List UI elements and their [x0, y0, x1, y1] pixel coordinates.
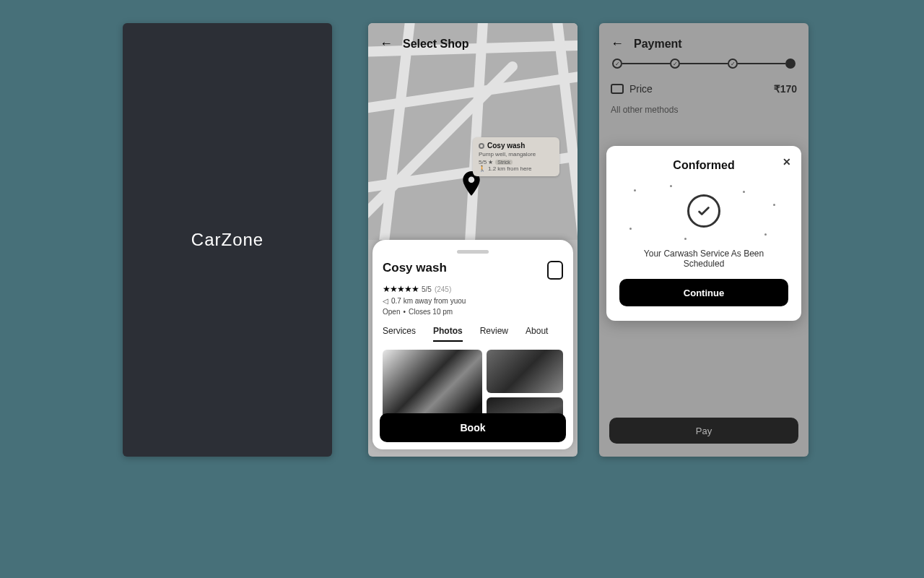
- tooltip-name: Cosy wash: [487, 142, 525, 150]
- hours-row: Open • Closes 10 pm: [383, 308, 563, 316]
- close-icon[interactable]: ✕: [783, 156, 791, 168]
- tooltip-badge: Strick: [495, 160, 513, 165]
- open-status: Open: [383, 308, 400, 316]
- map-tooltip[interactable]: Cosy wash Pump well, mangalore 5/5 ★ Str…: [473, 137, 559, 176]
- screen-title: Select Shop: [403, 38, 469, 51]
- map-roads: [368, 23, 578, 240]
- star-icon: ★★★★★: [383, 284, 419, 294]
- dialog-message: Your Carwash Service As Been Scheduled: [624, 249, 784, 269]
- tabs: Services Photos Review About: [383, 326, 563, 342]
- select-shop-screen: ← Select Shop Cosy wash Pump well, manga…: [368, 23, 578, 457]
- photo-thumbnail[interactable]: [487, 350, 563, 393]
- back-arrow-icon[interactable]: ←: [380, 36, 393, 51]
- sheet-grabber[interactable]: [457, 250, 489, 254]
- book-button[interactable]: Book: [380, 413, 566, 442]
- tooltip-distance-row: 🚶 1.2 km from here: [479, 165, 554, 172]
- dot-sep: •: [403, 308, 406, 316]
- distance-text: 0.7 km away from yuou: [391, 297, 466, 305]
- bookmark-icon[interactable]: [547, 261, 563, 280]
- svg-line-4: [469, 23, 484, 240]
- tooltip-address: Pump well, mangalore: [479, 151, 554, 158]
- rating-row: ★★★★★ 5/5 (245): [383, 284, 563, 294]
- screen-header: ← Select Shop: [380, 36, 469, 51]
- walk-icon: 🚶: [479, 165, 486, 172]
- tooltip-distance: 1.2 km from here: [488, 165, 531, 172]
- tab-photos[interactable]: Photos: [433, 326, 463, 342]
- success-graphic: [619, 182, 788, 240]
- svg-line-5: [556, 23, 578, 240]
- tooltip-rating: 5/5 ★: [479, 159, 493, 165]
- payment-screen: ← Payment ✓ ✓ ✓ Price ₹170 All other met…: [599, 23, 808, 457]
- shop-detail-sheet: Cosy wash ★★★★★ 5/5 (245) ◁ 0.7 km away …: [372, 240, 573, 449]
- shop-name: Cosy wash: [383, 261, 447, 275]
- tab-services[interactable]: Services: [383, 326, 416, 342]
- closes-text: Closes 10 pm: [409, 308, 453, 316]
- distance-row: ◁ 0.7 km away from yuou: [383, 297, 563, 305]
- map-view[interactable]: ← Select Shop Cosy wash Pump well, manga…: [368, 23, 578, 240]
- tooltip-rating-row: 5/5 ★ Strick: [479, 159, 554, 165]
- tab-about[interactable]: About: [526, 326, 548, 342]
- check-circle-icon: [687, 194, 720, 228]
- navigate-icon: ◁: [383, 297, 388, 305]
- splash-screen: CarZone: [123, 23, 332, 457]
- brand-title: CarZone: [191, 230, 263, 250]
- tab-review[interactable]: Review: [480, 326, 508, 342]
- continue-button[interactable]: Continue: [619, 279, 788, 306]
- shop-dot-icon: [479, 143, 484, 149]
- tooltip-name-row: Cosy wash: [479, 142, 554, 150]
- rating-value: 5/5: [422, 285, 432, 293]
- confirmation-dialog: ✕ Conformed Your Carwash Service As Been…: [606, 146, 801, 321]
- dialog-title: Conformed: [619, 159, 788, 172]
- rating-count: (245): [435, 285, 451, 293]
